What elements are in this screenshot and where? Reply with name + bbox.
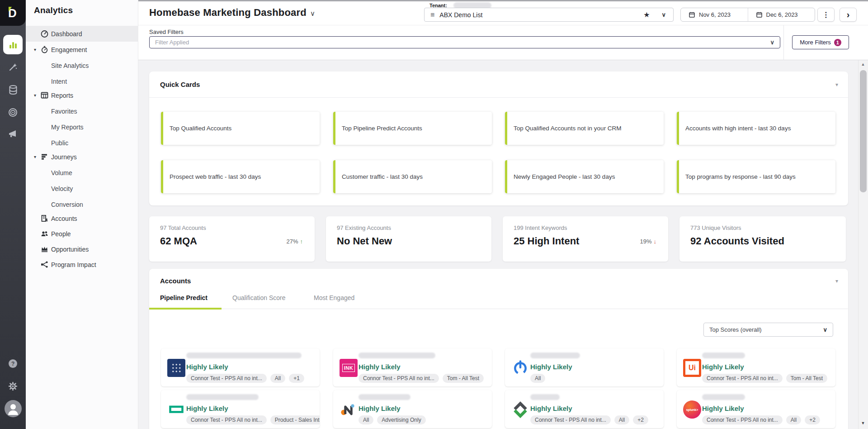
chevron-right-icon: › [847,10,850,20]
account-card[interactable]: Highly Likely All Advertising Only [333,390,492,428]
sidebar-item-intent[interactable]: Intent [26,73,138,89]
report-window-icon [41,91,48,99]
rail-item-magic-wand[interactable] [0,62,26,72]
quick-cards-collapse-icon[interactable]: ▾ [835,81,838,88]
quick-card[interactable]: Accounts with high intent - last 30 days [677,112,835,145]
end-date-value: Dec 6, 2023 [766,11,798,18]
page-header: Homebase Marketing Dashboard∨ Tenant: ≡ … [138,1,868,25]
user-avatar[interactable] [0,400,26,417]
funnel-bars-icon [41,153,48,161]
account-card[interactable]: Highly Likely Connor Test - PPS All no i… [161,390,320,428]
collapse-caret-icon[interactable]: ▾ [34,154,36,159]
start-date-button[interactable]: Nov 6, 2023 [681,8,748,21]
tab-qualification-score[interactable]: Qualification Score [232,294,286,301]
account-tags: Connor Test - PPS All no int... All +2 [702,415,820,424]
help-button[interactable]: ? [0,359,26,368]
scroll-up-icon[interactable]: ▲ [858,62,868,67]
end-date-button[interactable]: Dec 6, 2023 [748,8,815,21]
stat-card-high-intent[interactable]: 199 Intent Keywords 25 High Intent 19%↓ [503,216,668,262]
more-filters-button[interactable]: More Filters 1 [792,35,849,49]
tenant-select[interactable]: ≡ ABX Demo List ★ ∨ [424,8,674,22]
account-card[interactable]: splunk> Highly Likely Connor Test - PPS … [677,390,835,428]
tag-pill: Connor Test - PPS All no int... [702,374,783,383]
tenant-chevron-down-icon[interactable]: ∨ [661,11,666,18]
stat-card-accounts-visited[interactable]: 773 Unique Visitors 92 Accounts Visited [679,216,846,262]
next-page-button[interactable]: › [840,8,857,22]
saved-filter-input[interactable]: Filter Applied ∨ [149,36,780,48]
sidebar-item-accounts[interactable]: Accounts [26,210,138,226]
quick-card[interactable]: Newly Engaged People - last 30 days [505,160,664,193]
account-name-redacted [359,353,435,358]
share-network-icon [41,261,48,268]
sidebar-item-opportunities[interactable]: Opportunities [26,241,138,257]
scroll-down-icon[interactable]: ▼ [858,421,868,425]
quick-card-accent [333,112,335,145]
account-card[interactable]: Highly Likely Connor Test - PPS All no i… [505,390,664,428]
favorite-star-icon[interactable]: ★ [643,10,650,19]
tenant-value: ABX Demo List [439,11,643,19]
accounts-title: Accounts [160,277,191,285]
filter-count-badge: 1 [834,39,841,46]
rail-item-megaphone[interactable] [0,130,26,138]
rail-item-analytics-active[interactable] [3,35,23,54]
settings-button[interactable] [0,382,26,391]
collapse-caret-icon[interactable]: ▾ [34,47,36,52]
start-date-value: Nov 6, 2023 [699,11,731,18]
rail-item-target[interactable] [0,108,26,117]
kebab-icon: ⋮ [822,10,830,19]
likelihood-label: Highly Likely [359,363,401,371]
green-rectangle-logo [167,400,185,419]
quick-card[interactable]: Top Qualified Accounts [161,112,320,145]
account-tags: Connor Test - PPS All no int... Product … [186,415,320,424]
sidebar-item-dashboard[interactable]: Dashboard [26,26,138,42]
quick-card[interactable]: Top programs by response - last 90 days [677,160,835,193]
stat-card-net-new[interactable]: 97 Existing Accounts No Net New [326,216,491,262]
page-title[interactable]: Homebase Marketing Dashboard∨ [149,7,315,19]
product-logo[interactable]: D [0,0,26,26]
title-chevron-down-icon[interactable]: ∨ [310,10,315,17]
account-tags: All Advertising Only [359,415,426,424]
stopwatch-icon [41,46,48,53]
accounts-collapse-icon[interactable]: ▾ [835,278,838,284]
quick-card[interactable]: Prospect web traffic - last 30 days [161,160,320,193]
sidebar-item-conversion[interactable]: Conversion [26,196,138,212]
account-card[interactable]: Highly Likely All [505,348,664,386]
ink-logo: INK [340,359,358,377]
sidebar-item-people[interactable]: People [26,226,138,242]
quick-card[interactable]: Customer traffic - last 30 days [333,160,492,193]
calendar-icon [756,12,762,18]
quick-card[interactable]: Top Qualified Accounts not in your CRM [505,112,664,145]
sidebar-item-journeys[interactable]: ▾ Journeys [26,149,138,165]
sidebar-item-my-reports[interactable]: My Reports [26,119,138,135]
account-card[interactable]: Ui Highly Likely Connor Test - PPS All n… [677,348,835,386]
tab-most-engaged[interactable]: Most Engaged [314,294,354,301]
sidebar-item-velocity[interactable]: Velocity [26,181,138,196]
sidebar-item-engagement[interactable]: ▾ Engagement [26,42,138,57]
account-card[interactable]: Highly Likely Connor Test - PPS All no i… [161,348,320,386]
sidebar-item-volume[interactable]: Volume [26,165,138,181]
sidebar-item-site-analytics[interactable]: Site Analytics [26,57,138,73]
account-card[interactable]: INK Highly Likely Connor Test - PPS All … [333,348,492,386]
sidebar-item-program-impact[interactable]: Program Impact [26,257,138,272]
panel-divider [149,97,848,98]
account-name-redacted [359,394,410,400]
scrollbar-thumb[interactable] [860,70,867,192]
quick-card[interactable]: Top Pipeline Predict Accounts [333,112,492,145]
sidebar-item-favorites[interactable]: Favorites [26,103,138,119]
collapse-caret-icon[interactable]: ▾ [34,93,36,98]
likelihood-label: Highly Likely [186,363,228,371]
rail-item-database[interactable] [0,85,26,95]
crown-icon [41,245,48,253]
app-rail: D [0,0,26,429]
stat-card-mqa[interactable]: 97 Total Accounts 62 MQA 27%↑ [149,216,315,262]
quick-card-accent [677,160,679,193]
tab-pipeline-predict[interactable]: Pipeline Predict [160,294,208,301]
more-options-button[interactable]: ⋮ [817,8,835,22]
sort-select[interactable]: Top Scores (overall) ∨ [703,323,833,337]
sidebar-item-reports[interactable]: ▾ Reports [26,87,138,103]
filter-chevron-down-icon[interactable]: ∨ [770,39,774,46]
account-name-redacted [702,353,745,358]
sidebar-item-public[interactable]: Public [26,135,138,151]
arrow-up-icon: ↑ [300,238,303,245]
stat-delta: 19%↓ [640,238,656,245]
